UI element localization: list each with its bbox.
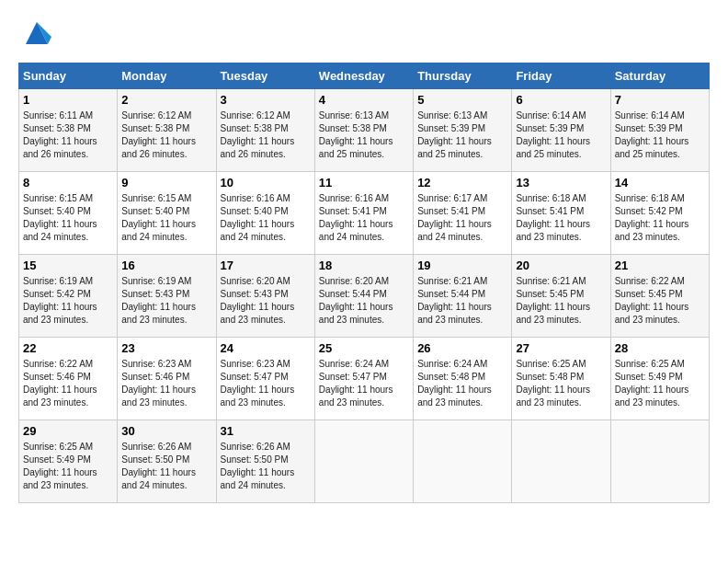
day-number: 22	[23, 341, 113, 355]
day-info: Sunrise: 6:18 AM Sunset: 5:41 PM Dayligh…	[516, 192, 606, 244]
day-info: Sunrise: 6:13 AM Sunset: 5:38 PM Dayligh…	[319, 109, 409, 161]
calendar-cell: 27 Sunrise: 6:25 AM Sunset: 5:48 PM Dayl…	[512, 338, 610, 420]
day-info: Sunrise: 6:22 AM Sunset: 5:45 PM Dayligh…	[615, 275, 705, 327]
day-number: 14	[615, 176, 705, 190]
day-number: 15	[23, 259, 113, 272]
day-info: Sunrise: 6:20 AM Sunset: 5:43 PM Dayligh…	[221, 275, 311, 327]
day-number: 4	[319, 93, 409, 107]
day-info: Sunrise: 6:21 AM Sunset: 5:45 PM Dayligh…	[516, 275, 606, 327]
day-number: 1	[23, 93, 113, 107]
calendar-cell: 31 Sunrise: 6:26 AM Sunset: 5:50 PM Dayl…	[216, 420, 314, 503]
day-number: 26	[417, 341, 507, 355]
day-info: Sunrise: 6:14 AM Sunset: 5:39 PM Dayligh…	[516, 109, 606, 161]
day-info: Sunrise: 6:18 AM Sunset: 5:42 PM Dayligh…	[615, 192, 705, 244]
day-number: 18	[319, 259, 409, 272]
day-info: Sunrise: 6:12 AM Sunset: 5:38 PM Dayligh…	[221, 109, 311, 161]
day-info: Sunrise: 6:13 AM Sunset: 5:39 PM Dayligh…	[417, 109, 507, 161]
logo	[18, 18, 51, 48]
calendar-cell	[610, 420, 709, 503]
calendar-cell: 26 Sunrise: 6:24 AM Sunset: 5:48 PM Dayl…	[414, 338, 512, 420]
calendar-cell: 9 Sunrise: 6:15 AM Sunset: 5:40 PM Dayli…	[118, 172, 216, 255]
calendar-cell: 16 Sunrise: 6:19 AM Sunset: 5:43 PM Dayl…	[118, 255, 216, 338]
calendar-cell: 2 Sunrise: 6:12 AM Sunset: 5:38 PM Dayli…	[118, 89, 216, 172]
calendar-cell: 13 Sunrise: 6:18 AM Sunset: 5:41 PM Dayl…	[512, 172, 610, 255]
day-number: 19	[417, 259, 507, 272]
calendar-cell: 14 Sunrise: 6:18 AM Sunset: 5:42 PM Dayl…	[610, 172, 709, 255]
calendar-cell: 12 Sunrise: 6:17 AM Sunset: 5:41 PM Dayl…	[414, 172, 512, 255]
calendar-cell: 22 Sunrise: 6:22 AM Sunset: 5:46 PM Dayl…	[19, 338, 118, 420]
col-header-friday: Friday	[512, 63, 610, 89]
calendar-cell: 1 Sunrise: 6:11 AM Sunset: 5:38 PM Dayli…	[19, 89, 118, 172]
day-number: 3	[221, 93, 311, 107]
day-number: 8	[23, 176, 113, 190]
day-info: Sunrise: 6:23 AM Sunset: 5:46 PM Dayligh…	[121, 358, 211, 409]
col-header-thursday: Thursday	[414, 63, 512, 89]
calendar-cell: 10 Sunrise: 6:16 AM Sunset: 5:40 PM Dayl…	[216, 172, 314, 255]
calendar-cell	[512, 420, 610, 503]
calendar-cell: 11 Sunrise: 6:16 AM Sunset: 5:41 PM Dayl…	[314, 172, 413, 255]
day-number: 24	[221, 341, 311, 355]
calendar-cell: 17 Sunrise: 6:20 AM Sunset: 5:43 PM Dayl…	[216, 255, 314, 338]
day-info: Sunrise: 6:24 AM Sunset: 5:48 PM Dayligh…	[417, 358, 507, 409]
day-number: 10	[221, 176, 311, 190]
calendar-cell: 21 Sunrise: 6:22 AM Sunset: 5:45 PM Dayl…	[610, 255, 709, 338]
day-info: Sunrise: 6:22 AM Sunset: 5:46 PM Dayligh…	[23, 358, 113, 409]
day-number: 11	[319, 176, 409, 190]
day-number: 31	[221, 424, 311, 438]
col-header-tuesday: Tuesday	[216, 63, 314, 89]
calendar-cell: 7 Sunrise: 6:14 AM Sunset: 5:39 PM Dayli…	[610, 89, 709, 172]
day-number: 30	[121, 424, 211, 438]
calendar-cell: 8 Sunrise: 6:15 AM Sunset: 5:40 PM Dayli…	[19, 172, 118, 255]
calendar-cell	[414, 420, 512, 503]
day-info: Sunrise: 6:26 AM Sunset: 5:50 PM Dayligh…	[121, 441, 211, 492]
day-number: 2	[121, 93, 211, 107]
calendar-cell: 18 Sunrise: 6:20 AM Sunset: 5:44 PM Dayl…	[314, 255, 413, 338]
day-info: Sunrise: 6:19 AM Sunset: 5:43 PM Dayligh…	[121, 275, 211, 327]
day-info: Sunrise: 6:25 AM Sunset: 5:48 PM Dayligh…	[516, 358, 606, 409]
day-info: Sunrise: 6:19 AM Sunset: 5:42 PM Dayligh…	[23, 275, 113, 327]
calendar-cell: 29 Sunrise: 6:25 AM Sunset: 5:49 PM Dayl…	[19, 420, 118, 503]
day-info: Sunrise: 6:16 AM Sunset: 5:40 PM Dayligh…	[221, 192, 311, 244]
day-number: 21	[615, 259, 705, 272]
day-number: 28	[615, 341, 705, 355]
day-number: 20	[516, 259, 606, 272]
day-number: 23	[121, 341, 211, 355]
day-number: 29	[23, 424, 113, 438]
day-info: Sunrise: 6:26 AM Sunset: 5:50 PM Dayligh…	[221, 441, 311, 492]
day-number: 6	[516, 93, 606, 107]
day-number: 9	[121, 176, 211, 190]
col-header-sunday: Sunday	[19, 63, 118, 89]
day-number: 25	[319, 341, 409, 355]
day-info: Sunrise: 6:25 AM Sunset: 5:49 PM Dayligh…	[615, 358, 705, 409]
calendar-cell: 28 Sunrise: 6:25 AM Sunset: 5:49 PM Dayl…	[610, 338, 709, 420]
day-info: Sunrise: 6:14 AM Sunset: 5:39 PM Dayligh…	[615, 109, 705, 161]
day-info: Sunrise: 6:15 AM Sunset: 5:40 PM Dayligh…	[121, 192, 211, 244]
day-info: Sunrise: 6:11 AM Sunset: 5:38 PM Dayligh…	[23, 109, 113, 161]
calendar-cell: 6 Sunrise: 6:14 AM Sunset: 5:39 PM Dayli…	[512, 89, 610, 172]
day-info: Sunrise: 6:12 AM Sunset: 5:38 PM Dayligh…	[121, 109, 211, 161]
calendar-table: SundayMondayTuesdayWednesdayThursdayFrid…	[18, 63, 710, 503]
calendar-cell: 5 Sunrise: 6:13 AM Sunset: 5:39 PM Dayli…	[414, 89, 512, 172]
day-number: 27	[516, 341, 606, 355]
day-info: Sunrise: 6:16 AM Sunset: 5:41 PM Dayligh…	[319, 192, 409, 244]
calendar-cell: 3 Sunrise: 6:12 AM Sunset: 5:38 PM Dayli…	[216, 89, 314, 172]
day-info: Sunrise: 6:23 AM Sunset: 5:47 PM Dayligh…	[221, 358, 311, 409]
col-header-saturday: Saturday	[610, 63, 709, 89]
day-number: 12	[417, 176, 507, 190]
day-number: 7	[615, 93, 705, 107]
day-info: Sunrise: 6:21 AM Sunset: 5:44 PM Dayligh…	[417, 275, 507, 327]
calendar-cell: 30 Sunrise: 6:26 AM Sunset: 5:50 PM Dayl…	[118, 420, 216, 503]
day-info: Sunrise: 6:24 AM Sunset: 5:47 PM Dayligh…	[319, 358, 409, 409]
calendar-cell: 24 Sunrise: 6:23 AM Sunset: 5:47 PM Dayl…	[216, 338, 314, 420]
calendar-cell: 20 Sunrise: 6:21 AM Sunset: 5:45 PM Dayl…	[512, 255, 610, 338]
day-number: 13	[516, 176, 606, 190]
calendar-cell: 15 Sunrise: 6:19 AM Sunset: 5:42 PM Dayl…	[19, 255, 118, 338]
day-number: 16	[121, 259, 211, 272]
day-info: Sunrise: 6:15 AM Sunset: 5:40 PM Dayligh…	[23, 192, 113, 244]
day-info: Sunrise: 6:20 AM Sunset: 5:44 PM Dayligh…	[319, 275, 409, 327]
day-info: Sunrise: 6:25 AM Sunset: 5:49 PM Dayligh…	[23, 441, 113, 492]
day-info: Sunrise: 6:17 AM Sunset: 5:41 PM Dayligh…	[417, 192, 507, 244]
col-header-monday: Monday	[118, 63, 216, 89]
calendar-cell: 25 Sunrise: 6:24 AM Sunset: 5:47 PM Dayl…	[314, 338, 413, 420]
calendar-cell: 19 Sunrise: 6:21 AM Sunset: 5:44 PM Dayl…	[414, 255, 512, 338]
